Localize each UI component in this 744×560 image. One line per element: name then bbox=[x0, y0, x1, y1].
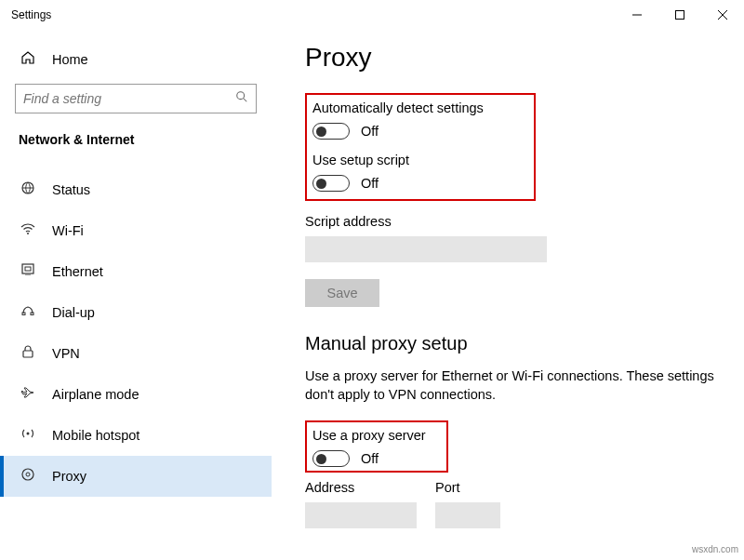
content-area: Home Network & Internet Status Wi-Fi Eth… bbox=[0, 30, 744, 560]
svg-rect-15 bbox=[31, 313, 33, 315]
svg-point-4 bbox=[237, 92, 245, 100]
svg-point-17 bbox=[27, 433, 30, 435]
svg-rect-1 bbox=[676, 11, 684, 20]
script-address-label: Script address bbox=[305, 214, 722, 229]
sidebar-item-status[interactable]: Status bbox=[0, 169, 272, 210]
titlebar: Settings bbox=[0, 0, 744, 30]
svg-point-18 bbox=[22, 469, 33, 480]
address-port-row: Address Port bbox=[305, 480, 722, 528]
auto-detect-state: Off bbox=[361, 124, 379, 139]
nav-label: Mobile hotspot bbox=[52, 428, 140, 443]
sidebar: Home Network & Internet Status Wi-Fi Eth… bbox=[0, 30, 272, 560]
nav-label: Dial-up bbox=[52, 305, 95, 320]
address-input[interactable] bbox=[305, 502, 417, 528]
svg-line-5 bbox=[244, 99, 247, 102]
sidebar-item-airplane[interactable]: Airplane mode bbox=[0, 374, 272, 415]
airplane-icon bbox=[19, 385, 37, 404]
sidebar-item-dialup[interactable]: Dial-up bbox=[0, 292, 272, 333]
sidebar-item-ethernet[interactable]: Ethernet bbox=[0, 251, 272, 292]
category-title: Network & Internet bbox=[19, 132, 272, 147]
vpn-icon bbox=[19, 344, 37, 363]
setup-script-state: Off bbox=[361, 176, 379, 191]
home-label: Home bbox=[52, 52, 88, 67]
home-icon bbox=[19, 50, 37, 69]
use-proxy-label: Use a proxy server bbox=[312, 428, 426, 443]
nav-list: Status Wi-Fi Ethernet Dial-up VPN Airpla… bbox=[0, 169, 272, 497]
manual-setup-title: Manual proxy setup bbox=[305, 333, 722, 354]
use-proxy-toggle[interactable] bbox=[312, 450, 350, 467]
wifi-icon bbox=[19, 221, 37, 240]
home-nav[interactable]: Home bbox=[15, 41, 272, 78]
minimize-button[interactable] bbox=[616, 0, 658, 30]
nav-label: Ethernet bbox=[52, 264, 103, 279]
window-title: Settings bbox=[11, 8, 616, 21]
dialup-icon bbox=[19, 303, 37, 322]
toggle-knob bbox=[316, 179, 326, 189]
port-input[interactable] bbox=[435, 502, 500, 528]
svg-rect-16 bbox=[23, 351, 33, 357]
sidebar-item-wifi[interactable]: Wi-Fi bbox=[0, 210, 272, 251]
svg-rect-9 bbox=[22, 264, 33, 273]
nav-label: VPN bbox=[52, 346, 80, 361]
sidebar-item-vpn[interactable]: VPN bbox=[0, 333, 272, 374]
auto-detect-toggle[interactable] bbox=[312, 123, 350, 140]
setup-script-label: Use setup script bbox=[312, 153, 484, 167]
nav-label: Status bbox=[52, 182, 90, 197]
main-panel: Proxy Automatically detect settings Off … bbox=[272, 30, 744, 560]
use-proxy-state: Off bbox=[361, 451, 379, 466]
hotspot-icon bbox=[19, 426, 37, 445]
svg-rect-10 bbox=[25, 267, 31, 271]
auto-proxy-group: Automatically detect settings Off Use se… bbox=[305, 93, 536, 201]
close-button[interactable] bbox=[701, 0, 744, 30]
use-proxy-toggle-row: Off bbox=[312, 450, 426, 467]
address-col: Address bbox=[305, 480, 417, 528]
search-input[interactable] bbox=[23, 91, 235, 106]
search-input-wrap[interactable] bbox=[15, 84, 257, 113]
status-icon bbox=[19, 180, 37, 199]
save-button[interactable]: Save bbox=[305, 279, 379, 307]
auto-detect-label: Automatically detect settings bbox=[312, 100, 484, 115]
script-address-input[interactable] bbox=[305, 236, 547, 262]
nav-label: Proxy bbox=[52, 469, 86, 484]
use-proxy-group: Use a proxy server Off bbox=[305, 420, 448, 473]
address-label: Address bbox=[305, 480, 417, 495]
proxy-icon bbox=[19, 467, 37, 486]
setup-script-toggle-row: Off bbox=[312, 175, 484, 192]
toggle-knob bbox=[316, 127, 326, 137]
svg-rect-14 bbox=[22, 313, 25, 315]
sidebar-item-hotspot[interactable]: Mobile hotspot bbox=[0, 415, 272, 456]
svg-point-8 bbox=[27, 233, 29, 234]
nav-label: Wi-Fi bbox=[52, 223, 84, 238]
manual-setup-desc: Use a proxy server for Ethernet or Wi-Fi… bbox=[305, 367, 722, 404]
port-col: Port bbox=[435, 480, 500, 528]
sidebar-item-proxy[interactable]: Proxy bbox=[0, 456, 272, 497]
window-controls bbox=[616, 0, 744, 30]
ethernet-icon bbox=[19, 262, 37, 281]
search-icon bbox=[235, 90, 248, 107]
port-label: Port bbox=[435, 480, 500, 495]
toggle-knob bbox=[316, 454, 326, 464]
page-title: Proxy bbox=[305, 43, 722, 73]
setup-script-toggle[interactable] bbox=[312, 175, 350, 192]
maximize-button[interactable] bbox=[658, 0, 701, 30]
nav-label: Airplane mode bbox=[52, 387, 140, 402]
watermark: wsxdn.com bbox=[692, 544, 738, 554]
auto-detect-toggle-row: Off bbox=[312, 123, 484, 140]
svg-point-19 bbox=[26, 473, 30, 476]
